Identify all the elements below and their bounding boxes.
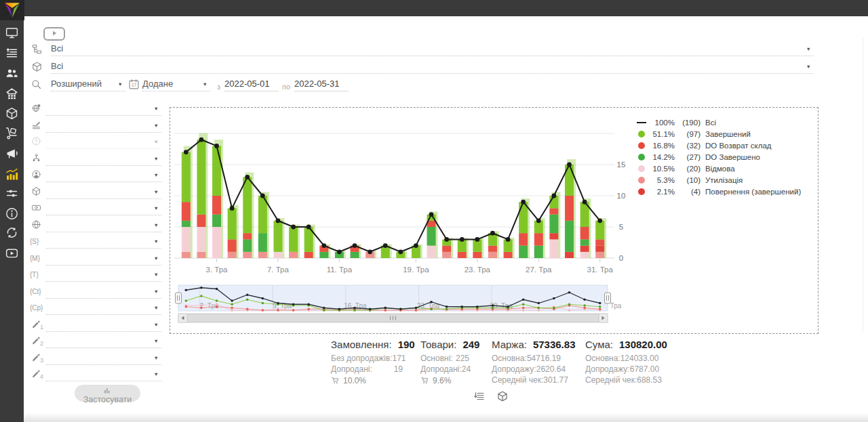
legend-dot-swatch	[637, 131, 646, 138]
summary-title-value: 57336.83	[533, 339, 576, 354]
chart-icon	[5, 167, 19, 182]
left-filter-select-16[interactable]: ▼	[46, 352, 161, 365]
sidebar-item-video-lessons[interactable]	[5, 246, 19, 260]
left-filter-select-8[interactable]: ▼	[46, 219, 161, 232]
app-logo[interactable]	[0, 0, 24, 20]
orders-view-toggle[interactable]	[473, 390, 486, 402]
chart-scrollbar[interactable]	[178, 314, 608, 322]
sidebar-item-integrations[interactable]	[5, 226, 19, 240]
monitor-icon	[5, 26, 19, 40]
scrollbar-left-arrow[interactable]	[178, 314, 187, 322]
date-to-label: по	[282, 83, 290, 91]
order-status-select[interactable]: Всі ▼	[51, 43, 814, 56]
store-icon	[5, 87, 19, 101]
legend-item-2[interactable]: 51.1%(97)Завершений	[637, 128, 801, 140]
help-icon	[31, 136, 41, 146]
logo-icon	[3, 1, 21, 19]
geoglobe-icon	[31, 103, 41, 113]
sync-icon	[5, 226, 19, 240]
data-point	[245, 175, 250, 180]
summary-title-label: Замовлення:	[331, 339, 392, 354]
apply-button[interactable]: Застосувати	[75, 385, 140, 402]
upsell-percent: 10.0%	[343, 376, 366, 385]
legend-percent: 10.5%	[646, 165, 675, 173]
sidebar-item-orders[interactable]	[5, 46, 19, 60]
legend-item-4[interactable]: 14.2%(27)DO Завершено	[637, 151, 801, 163]
trolley-icon	[5, 126, 19, 140]
products-view-toggle[interactable]	[496, 390, 509, 402]
sidebar-item-warehouse[interactable]	[5, 87, 19, 101]
legend-line-swatch	[637, 122, 646, 123]
upsell-percent: 9.6%	[433, 376, 451, 385]
search-mode-select[interactable]: Розширений ▼	[51, 79, 125, 91]
legend-item-6[interactable]: 5.3%(10)Утилізація	[637, 174, 801, 186]
left-filter-select-5[interactable]: ▼	[46, 169, 161, 182]
data-point	[260, 194, 265, 198]
chevron-down-icon: ▼	[203, 81, 208, 87]
left-filter-select-11[interactable]: ▼	[46, 269, 161, 282]
summary-title: Товари:249	[420, 339, 469, 354]
data-point	[307, 225, 311, 230]
left-filter-select-13[interactable]: ▼	[46, 302, 161, 315]
left-filter-select-10[interactable]: ▼	[46, 253, 161, 266]
left-filter-select-4[interactable]: ▼	[46, 153, 161, 166]
summary-sub-row: Без допродажів:171	[331, 354, 403, 364]
chevron-down-icon: ▼	[154, 289, 159, 295]
legend-item-5[interactable]: 10.5%(20)Відмова	[637, 163, 801, 174]
left-filter-select-6[interactable]: ▼	[46, 186, 161, 199]
data-point	[583, 200, 587, 205]
filter-tag-icon: {S}	[30, 238, 39, 245]
date-field-select[interactable]: Додане ▼	[142, 79, 210, 91]
left-filter-select-2[interactable]: ▼	[46, 120, 161, 133]
sidebar-item-customers[interactable]	[5, 66, 19, 81]
summary-column-2: Товари:249Основні:225Допродані:249.6%	[420, 339, 469, 386]
legend-label: Завершений	[705, 130, 751, 138]
legend-dot-swatch	[637, 154, 646, 161]
chart-navigator[interactable]: 2. Тра9. Тра16. Тра23. Тра30. Тра	[176, 285, 611, 312]
megaphone-icon	[5, 146, 19, 161]
sidebar-item-logistics[interactable]	[5, 126, 19, 140]
legend-count: (4)	[675, 188, 701, 196]
sidebar-item-statistics[interactable]	[5, 167, 19, 182]
left-filter-select-15[interactable]: ▼	[46, 335, 161, 348]
sidebar-item-dashboard[interactable]	[5, 26, 19, 40]
sidebar-item-marketing[interactable]	[5, 146, 19, 161]
chart-legend: 100%(190)Всі51.1%(97)Завершений16.8%(32)…	[637, 117, 801, 197]
chevron-down-icon: ▼	[806, 64, 811, 70]
legend-percent: 16.8%	[646, 142, 675, 150]
chevron-down-icon: ▼	[154, 371, 159, 377]
chevron-down-icon: ▼	[154, 222, 159, 228]
x-axis-label: 27. Тра	[526, 266, 552, 274]
left-filter-select-12[interactable]: ▼	[46, 286, 161, 299]
date-to-input[interactable]: 2022-05-31	[294, 79, 349, 91]
legend-item-3[interactable]: 16.8%(32)DO Возврат склад	[637, 140, 801, 151]
x-axis-label: 7. Тра	[267, 266, 290, 274]
chevron-down-icon: ▼	[154, 322, 159, 328]
date-from-input[interactable]: 2022-05-01	[224, 79, 279, 91]
legend-item-7[interactable]: 2.1%(4)Повернення (завершений)	[637, 186, 801, 197]
summary-sub-row: Середній чек:688.53	[585, 375, 656, 386]
data-point	[475, 237, 479, 242]
left-filter-select-9[interactable]: ▼	[46, 236, 161, 249]
left-filter-select-7[interactable]: ▼	[46, 203, 161, 215]
data-point	[414, 243, 418, 248]
data-point	[383, 243, 388, 248]
sidebar-item-products[interactable]	[5, 106, 19, 121]
chevron-down-icon: ▼	[118, 81, 123, 87]
chevron-down-icon: ▼	[154, 189, 159, 195]
legend-item-1[interactable]: 100%(190)Всі	[637, 117, 801, 128]
x-axis-label: 23. Тра	[465, 266, 491, 274]
left-filter-select-14[interactable]: ▼	[46, 319, 161, 332]
calendar-icon: 17	[128, 79, 140, 90]
sidebar-item-settings[interactable]	[5, 186, 19, 201]
chevron-down-icon: ▼	[806, 46, 811, 52]
scrollbar-right-arrow[interactable]	[599, 314, 608, 322]
product-select[interactable]: Всі ▼	[51, 61, 814, 74]
sidebar-item-info[interactable]	[5, 207, 19, 221]
video-tutorial-button[interactable]	[43, 27, 65, 41]
navigator-handle-left[interactable]	[176, 293, 182, 303]
left-filter-select-17[interactable]: ▼	[46, 368, 161, 381]
left-filter-select-1[interactable]: ▼	[46, 103, 161, 116]
product-box-icon	[31, 61, 43, 72]
upsell-percent-row: 9.6%	[420, 375, 469, 386]
